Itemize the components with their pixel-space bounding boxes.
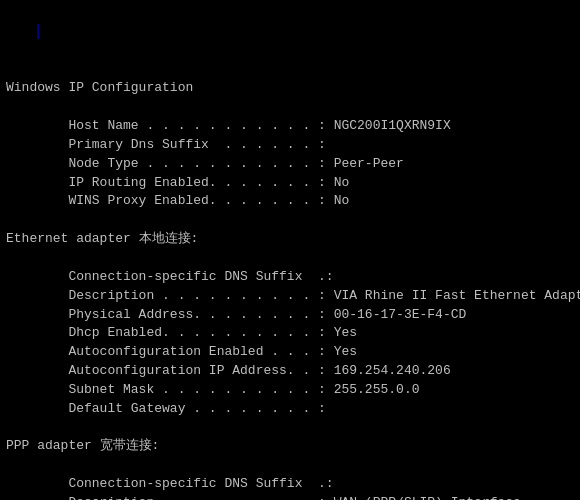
info-label-15: Autoconfiguration Enabled . . . (6, 344, 318, 359)
terminal-line-22: Connection-specific DNS Suffix .: (6, 475, 574, 494)
info-value-14: : Yes (318, 325, 357, 340)
terminal-line-0 (6, 61, 574, 80)
terminal-line-6: IP Routing Enabled. . . . . . . : No (6, 174, 574, 193)
terminal-line-18: Default Gateway . . . . . . . . : (6, 400, 574, 419)
info-value-16: : 169.254.240.206 (318, 363, 451, 378)
info-value-18: : (318, 401, 326, 416)
terminal-line-20: PPP adapter 宽带连接: (6, 437, 574, 456)
terminal-line-21 (6, 456, 574, 475)
terminal-line-17: Subnet Mask . . . . . . . . . . : 255.25… (6, 381, 574, 400)
info-value-7: : No (318, 193, 349, 208)
info-value-3: : NGC200I1QXRN9IX (318, 118, 451, 133)
info-value-23: : WAN (PPP/SLIP) Interface (318, 495, 521, 500)
info-value-15: : Yes (318, 344, 357, 359)
terminal-line-12: Description . . . . . . . . . . : VIA Rh… (6, 287, 574, 306)
info-label-17: Subnet Mask . . . . . . . . . . (6, 382, 318, 397)
info-value-5: : Peer-Peer (318, 156, 404, 171)
terminal-line-2 (6, 98, 574, 117)
terminal-line-11: Connection-specific DNS Suffix .: (6, 268, 574, 287)
terminal-line-14: Dhcp Enabled. . . . . . . . . . : Yes (6, 324, 574, 343)
info-label-14: Dhcp Enabled. . . . . . . . . . (6, 325, 318, 340)
info-value-11: .: (318, 269, 334, 284)
info-label-16: Autoconfiguration IP Address. . (6, 363, 318, 378)
terminal-line-7: WINS Proxy Enabled. . . . . . . : No (6, 192, 574, 211)
info-label-6: IP Routing Enabled. . . . . . . (6, 175, 318, 190)
terminal-line-10 (6, 249, 574, 268)
terminal-window: Windows IP Configuration Host Name . . .… (0, 0, 580, 500)
info-value-13: : 00-16-17-3E-F4-CD (318, 307, 466, 322)
info-value-22: .: (318, 476, 334, 491)
info-label-11: Connection-specific DNS Suffix (6, 269, 318, 284)
terminal-line-3: Host Name . . . . . . . . . . . : NGC200… (6, 117, 574, 136)
terminal-line-1: Windows IP Configuration (6, 79, 574, 98)
info-label-7: WINS Proxy Enabled. . . . . . . (6, 193, 318, 208)
terminal-line-9: Ethernet adapter 本地连接: (6, 230, 574, 249)
info-label-3: Host Name . . . . . . . . . . . (6, 118, 318, 133)
terminal-line-15: Autoconfiguration Enabled . . . : Yes (6, 343, 574, 362)
info-label-5: Node Type . . . . . . . . . . . (6, 156, 318, 171)
terminal-line-13: Physical Address. . . . . . . . : 00-16-… (6, 306, 574, 325)
info-label-13: Physical Address. . . . . . . . (6, 307, 318, 322)
terminal-line-5: Node Type . . . . . . . . . . . : Peer-P… (6, 155, 574, 174)
terminal-line-8 (6, 211, 574, 230)
terminal-line-4: Primary Dns Suffix . . . . . . : (6, 136, 574, 155)
info-value-4: : (318, 137, 326, 152)
terminal-line-23: Description . . . . . . . . . . : WAN (P… (6, 494, 574, 500)
terminal-line-16: Autoconfiguration IP Address. . : 169.25… (6, 362, 574, 381)
info-value-17: : 255.255.0.0 (318, 382, 419, 397)
prompt-line (6, 4, 574, 61)
info-label-12: Description . . . . . . . . . . (6, 288, 318, 303)
info-label-22: Connection-specific DNS Suffix (6, 476, 318, 491)
info-value-12: : VIA Rhine II Fast Ethernet Adapter (318, 288, 580, 303)
info-value-6: : No (318, 175, 349, 190)
info-label-18: Default Gateway . . . . . . . . (6, 401, 318, 416)
command-text (37, 24, 39, 39)
info-label-23: Description . . . . . . . . . . (6, 495, 318, 500)
info-label-4: Primary Dns Suffix . . . . . . (6, 137, 318, 152)
terminal-line-19 (6, 419, 574, 438)
